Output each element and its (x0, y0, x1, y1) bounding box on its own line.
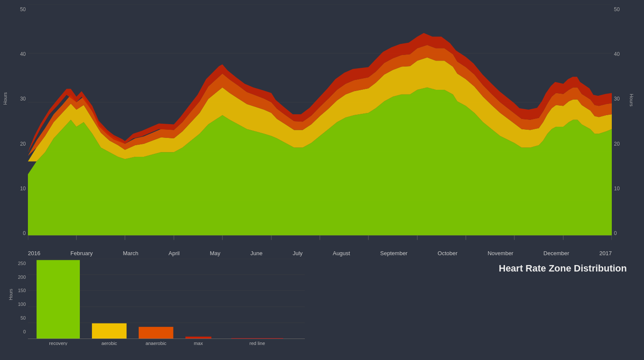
y-tick-right-50: 50 (612, 6, 620, 12)
bottom-y-tick-250: 250 (18, 261, 28, 266)
aerobic-label: aerobic (101, 341, 117, 345)
x-tick-may: May (210, 250, 221, 256)
chart-title: Heart Rate Zone Distribution (499, 263, 627, 274)
y-tick-right-0: 0 (612, 230, 617, 236)
x-tick-2017: 2017 (599, 250, 612, 256)
bottom-chart-svg: recovery aerobic anaerobic max red line (28, 259, 305, 345)
x-tick-august: August (333, 250, 350, 256)
y-tick-right-30: 30 (612, 96, 620, 102)
x-tick-july: July (293, 250, 303, 256)
x-tick-april: April (169, 250, 180, 256)
anaerobic-bar (139, 327, 173, 339)
bottom-chart-svg-wrapper: recovery aerobic anaerobic max red line (28, 259, 305, 347)
bottom-y-tick-100: 100 (18, 302, 28, 307)
x-tick-february: February (70, 250, 93, 256)
bottom-y-tick-200: 200 (18, 275, 28, 280)
y-tick-30: 30 (20, 96, 28, 102)
aerobic-bar (92, 323, 127, 339)
max-bar (185, 337, 211, 339)
x-tick-2016: 2016 (28, 250, 40, 256)
main-chart-svg (28, 4, 612, 249)
bottom-section: Hours 250 200 150 100 50 0 (4, 259, 635, 356)
y-axis-left: Hours 50 40 30 20 10 0 (4, 4, 28, 249)
max-label: max (194, 341, 203, 345)
bottom-y-tick-150: 150 (18, 288, 28, 293)
anaerobic-label: anaerobic (146, 341, 167, 345)
bottom-y-tick-0: 0 (23, 329, 28, 334)
y-axis-right: Hours 50 40 30 20 10 0 (612, 4, 635, 249)
x-tick-march: March (123, 250, 138, 256)
x-tick-october: October (437, 250, 457, 256)
top-chart-area: Hours 50 40 30 20 10 0 (4, 4, 635, 249)
y-tick-right-20: 20 (612, 141, 620, 147)
y-tick-10: 10 (20, 186, 28, 192)
y-axis-right-label: Hours (629, 94, 634, 106)
y-tick-50: 50 (20, 6, 28, 12)
redline-label: red line (249, 341, 265, 345)
y-tick-20: 20 (20, 141, 28, 147)
main-chart-svg-wrapper (28, 4, 612, 249)
recovery-label: recovery (49, 341, 67, 345)
y-tick-right-10: 10 (612, 186, 620, 192)
y-tick-0: 0 (23, 230, 28, 236)
main-container: Hours 50 40 30 20 10 0 (0, 0, 644, 360)
x-axis-labels: 2016 February March April May June July … (4, 250, 635, 256)
x-tick-december: December (544, 250, 569, 256)
chart-title-area: Heart Rate Zone Distribution (305, 259, 635, 274)
x-tick-june: June (250, 250, 262, 256)
y-tick-40: 40 (20, 51, 28, 57)
bottom-y-axis-label: Hours (9, 289, 13, 300)
y-axis-left-label: Hours (3, 92, 8, 105)
bottom-y-tick-50: 50 (21, 315, 28, 320)
y-tick-right-40: 40 (612, 51, 620, 57)
bottom-chart-area: Hours 250 200 150 100 50 0 (4, 259, 305, 347)
x-tick-november: November (488, 250, 513, 256)
recovery-bar (36, 260, 80, 339)
bottom-y-axis: Hours 250 200 150 100 50 0 (4, 259, 28, 347)
x-tick-september: September (380, 250, 408, 256)
